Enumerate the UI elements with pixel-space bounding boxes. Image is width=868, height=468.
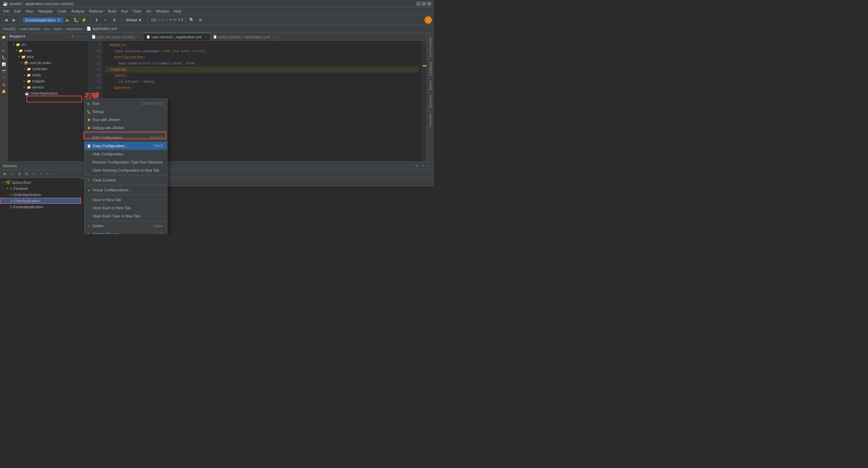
menu-edit[interactable]: Edit xyxy=(12,8,23,14)
tree-item-orderapplication[interactable]: ☕ OrderApplication xyxy=(7,90,88,96)
ctx-delete[interactable]: ✎ Delete... Delete xyxy=(84,222,167,230)
ctx-group-configs[interactable]: ▸ Group Configurations... xyxy=(84,186,167,194)
structure-tab[interactable]: Structure xyxy=(427,94,434,110)
minimize-btn[interactable]: − xyxy=(416,2,420,6)
settings-btn[interactable]: ⚙ xyxy=(197,16,204,24)
menu-window[interactable]: Window xyxy=(154,8,171,14)
debug-btn[interactable]: 🐛 xyxy=(72,16,80,24)
tree-item-entity[interactable]: ▸ 📁 entity xyxy=(7,72,88,78)
breadcrumb-item-project[interactable]: cloud01 xyxy=(3,27,16,31)
ctx-debug[interactable]: 🐛 Debug xyxy=(84,108,167,116)
coverage-btn[interactable]: ⚡ xyxy=(80,16,88,24)
svc-filter-btn[interactable]: ▽ xyxy=(31,171,37,177)
tab-user-yaml-close[interactable]: ✕ xyxy=(203,35,207,39)
breadcrumb-item-file[interactable]: 📄 application.yml xyxy=(86,26,117,31)
ctx-debug-jrebel[interactable]: ⚡ Debug with JRebel xyxy=(84,124,167,132)
services-expand-icon[interactable]: ⊞ xyxy=(414,163,419,168)
menu-navigate[interactable]: Navigate xyxy=(36,8,55,14)
tree-item-controller[interactable]: ▸ 📁 controller xyxy=(7,66,88,72)
svc-tree-eurekaapplication[interactable]: ⊙ EurekaApplication xyxy=(0,204,81,210)
svc-add-btn[interactable]: + xyxy=(45,171,51,177)
project-icon[interactable]: 📁 xyxy=(1,34,7,40)
panel-gear-icon[interactable]: ⚙ xyxy=(70,34,75,39)
svc-expand-all-btn[interactable]: ≣ xyxy=(16,171,22,177)
tree-item-package[interactable]: ▾ 📦 com.jie.order xyxy=(7,60,88,66)
arrow-src: ▾ xyxy=(12,42,16,46)
maven-tab[interactable]: Maven xyxy=(427,79,434,92)
menu-build[interactable]: Build xyxy=(106,8,118,14)
close-btn[interactable]: ✕ xyxy=(427,2,431,6)
ctx-remove-config[interactable]: Remove Configuration Type from Services xyxy=(84,158,167,166)
database-tab[interactable]: Database xyxy=(427,60,434,77)
menu-help[interactable]: Help xyxy=(172,8,183,14)
forward-btn[interactable]: ▶ xyxy=(10,16,18,24)
tab-pom-close[interactable]: ✕ xyxy=(136,35,140,39)
ctx-open-running[interactable]: Open Running Configuration in New Tab xyxy=(84,166,167,174)
svc-tree-orderapplication[interactable]: ⊙ OrderApplication xyxy=(0,192,81,198)
panel-settings-icon[interactable]: ≡ xyxy=(76,34,81,39)
menu-code[interactable]: Code xyxy=(56,8,68,14)
tree-item-mapper[interactable]: ▸ 📁 mapper xyxy=(7,78,88,84)
menu-analyze[interactable]: Analyze xyxy=(69,8,86,14)
run-icon[interactable]: ▶ xyxy=(1,47,7,54)
svc-tree-finished[interactable]: ▾ ⊙ Finished xyxy=(0,186,81,192)
bookmarks-icon[interactable]: 🔖 xyxy=(1,81,7,87)
svc-tree-springboot[interactable]: ▾ 🌿 Spring Boot xyxy=(0,179,81,186)
ctx-copy-config[interactable]: 📋 Copy Configuration... Ctrl+D xyxy=(84,142,167,150)
run-btn[interactable]: ▶ xyxy=(64,16,72,24)
notifications-btn[interactable]: ! xyxy=(425,16,432,24)
menu-file[interactable]: File xyxy=(1,8,12,14)
menu-git[interactable]: Git xyxy=(144,8,153,14)
svc-tree-userapplication[interactable]: ⊙ UserApplication xyxy=(0,198,81,204)
menu-refactor[interactable]: Refactor xyxy=(87,8,105,14)
menu-run[interactable]: Run xyxy=(119,8,130,14)
camera-icon[interactable]: 📷 xyxy=(1,68,7,74)
git-update-btn[interactable]: ⬆ xyxy=(93,16,100,24)
ctx-edit-config[interactable]: Edit Configuration... Shift+F4 xyxy=(84,134,167,142)
key-promoter-tab[interactable]: Key Promoter xyxy=(427,35,434,58)
breadcrumb-item-main[interactable]: main xyxy=(54,27,62,31)
svc-run-btn[interactable]: ▶ xyxy=(2,171,8,177)
search-btn[interactable]: 🔍 xyxy=(188,16,196,24)
services-gear-icon[interactable]: ⚙ xyxy=(420,163,425,168)
maximize-btn[interactable]: □ xyxy=(422,2,426,6)
breadcrumb-item-src[interactable]: src xyxy=(44,27,50,31)
ctx-open-each-type[interactable]: Open Each Type in New Tab xyxy=(84,212,167,220)
jrebel-selector[interactable]: JRebel ▼ xyxy=(123,17,145,23)
ctx-open-new-tab[interactable]: Open in New Tab xyxy=(84,196,167,204)
tree-item-main[interactable]: ▾ 📁 main xyxy=(7,47,88,54)
ctx-hide-config[interactable]: Hide Configuration xyxy=(84,150,167,158)
tab-order-yaml-close[interactable]: ✕ xyxy=(271,35,275,39)
run-config-selector[interactable]: EurekaApplication ▼ xyxy=(23,17,63,23)
menu-view[interactable]: View xyxy=(23,8,36,14)
tab-pom[interactable]: 📄 pom.xml (user-service) ✕ xyxy=(89,33,143,40)
svc-group-btn[interactable]: ⊞ xyxy=(23,171,29,177)
ctx-open-each-new-tab[interactable]: Open Each in New Tab xyxy=(84,204,167,212)
tree-item-java[interactable]: ▾ 📁 java xyxy=(7,54,88,60)
profiler-icon[interactable]: 📊 xyxy=(1,61,7,67)
git-commit-btn[interactable]: ✓ xyxy=(102,16,109,24)
folder-src-icon: 📁 xyxy=(16,42,20,47)
git-push-btn[interactable]: ⬆ xyxy=(111,16,118,24)
panel-collapse-icon[interactable]: — xyxy=(82,34,86,39)
tab-order-yaml[interactable]: 📋 order-service\...\application.yml ✕ xyxy=(210,33,278,40)
settings-left-icon[interactable]: ⚙ xyxy=(1,75,7,81)
favorites-tab[interactable]: Favorites xyxy=(427,112,434,129)
ctx-clear-content[interactable]: ✕ Clear Content xyxy=(84,176,167,184)
tab-user-yaml[interactable]: 📋 user-service\...\application.yml ✕ xyxy=(143,33,210,40)
debug-icon[interactable]: 🐛 xyxy=(1,54,7,60)
svc-jump-btn[interactable]: ↗ xyxy=(38,171,44,177)
services-minimize-icon[interactable]: — xyxy=(427,163,431,168)
ctx-run-jrebel[interactable]: ⚡ Run with JRebel xyxy=(84,116,167,124)
commit-icon[interactable]: ✓ xyxy=(1,41,7,47)
back-btn[interactable]: ◀ xyxy=(2,16,9,24)
ctx-run[interactable]: ▶ Run Ctrl+Shift+F10 xyxy=(84,99,167,108)
breadcrumb-item-module[interactable]: user-service xyxy=(20,27,40,31)
breadcrumb-item-resources[interactable]: resources xyxy=(66,27,82,31)
notifications-left-icon[interactable]: 🔔 xyxy=(1,88,7,94)
ctx-jump-source[interactable]: ✎ Jump to Source F4 xyxy=(84,230,167,234)
menu-tools[interactable]: Tools xyxy=(131,8,143,14)
svc-collapse-all-btn[interactable]: ≡ xyxy=(9,171,15,177)
tree-item-src[interactable]: ▾ 📁 src xyxy=(7,41,88,47)
tree-item-service[interactable]: ▸ 📁 service xyxy=(7,84,88,90)
